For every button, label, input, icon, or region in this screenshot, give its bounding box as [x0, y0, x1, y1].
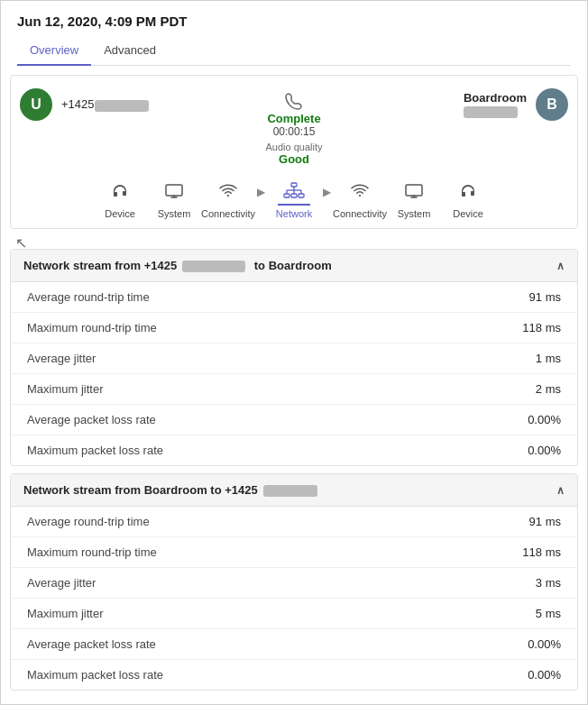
stream2-chevron: ∧	[556, 484, 565, 497]
svg-rect-12	[406, 185, 422, 196]
boardroom-blurred	[464, 106, 518, 118]
audio-quality-label: Audio quality	[266, 142, 323, 152]
label: Maximum packet loss rate	[27, 668, 163, 682]
value: 91 ms	[529, 290, 561, 304]
value: 3 ms	[536, 576, 561, 590]
table-row: Average round-trip time 91 ms	[11, 282, 577, 313]
label: Average packet loss rate	[27, 637, 156, 651]
stream2-title: Network stream from Boardroom to +1425	[23, 483, 317, 497]
call-duration: 00:00:15	[273, 125, 316, 138]
arrow-right-left: ▶	[257, 186, 265, 213]
device-item-system-left[interactable]: System	[147, 179, 201, 219]
device-item-system-right[interactable]: System	[387, 179, 441, 219]
audio-quality-value: Good	[279, 152, 309, 166]
stream2-header[interactable]: Network stream from Boardroom to +1425 ∧	[11, 474, 577, 507]
device-icon-left	[104, 179, 136, 206]
device-label-connectivity-right: Connectivity	[333, 208, 387, 219]
table-row: Average jitter 1 ms	[11, 343, 577, 374]
table-row: Average round-trip time 91 ms	[11, 507, 577, 537]
table-row: Maximum jitter 5 ms	[11, 599, 577, 629]
value: 0.00%	[528, 637, 561, 651]
table-row: Maximum jitter 2 ms	[11, 374, 577, 405]
device-icon-system-left	[158, 179, 190, 206]
label: Average jitter	[27, 576, 96, 590]
stream1-body: Average round-trip time 91 ms Maximum ro…	[11, 282, 577, 465]
svg-rect-3	[284, 194, 289, 197]
device-label-device-left: Device	[105, 208, 135, 219]
cursor-area: ↖	[1, 236, 587, 249]
device-item-network[interactable]: Network	[267, 179, 321, 219]
call-participants: U +1425 Complete 00:00:15 Audio quality …	[20, 88, 568, 166]
participant-left-number: +1425	[61, 97, 149, 111]
device-label-system-right: System	[398, 208, 431, 219]
stream1-title: Network stream from +1425 to Boardroom	[23, 259, 332, 272]
device-row: Device System	[20, 179, 568, 219]
device-icon-network	[278, 179, 310, 206]
value: 2 ms	[536, 382, 561, 396]
label: Average round-trip time	[27, 515, 150, 528]
svg-rect-5	[291, 194, 297, 197]
device-label-network: Network	[276, 208, 312, 219]
device-icon-system-right	[398, 179, 430, 206]
label: Average packet loss rate	[27, 413, 156, 426]
number-blurred	[95, 100, 149, 112]
arrow-right-right: ▶	[323, 186, 331, 213]
device-item-device-right[interactable]: Device	[441, 179, 495, 219]
tab-bar: Overview Advanced	[17, 38, 571, 66]
table-row: Average jitter 3 ms	[11, 568, 577, 599]
table-row: Maximum round-trip time 118 ms	[11, 313, 577, 343]
svg-rect-4	[299, 194, 304, 197]
avatar-left: U	[20, 88, 52, 121]
label: Maximum round-trip time	[27, 545, 157, 559]
stream2-body: Average round-trip time 91 ms Maximum ro…	[11, 507, 577, 690]
device-label-device-right: Device	[453, 208, 483, 219]
device-item-connectivity-left[interactable]: Connectivity	[201, 179, 255, 219]
phone-icon	[285, 92, 303, 110]
participant-right: Boardroom B	[385, 88, 568, 121]
table-row: Maximum packet loss rate 0.00%	[11, 660, 577, 690]
boardroom-info: Boardroom	[464, 91, 527, 118]
device-item-device-left[interactable]: Device	[93, 179, 147, 219]
svg-point-1	[227, 195, 229, 197]
value: 1 ms	[536, 352, 561, 365]
call-card: U +1425 Complete 00:00:15 Audio quality …	[10, 75, 578, 229]
avatar-right: B	[536, 88, 568, 121]
device-label-system-left: System	[158, 208, 191, 219]
label: Maximum jitter	[27, 607, 104, 620]
tab-overview[interactable]: Overview	[17, 38, 91, 66]
label: Average jitter	[27, 352, 96, 365]
main-container: Jun 12, 2020, 4:09 PM PDT Overview Advan…	[0, 0, 588, 705]
number-prefix: +1425	[61, 97, 95, 111]
table-row: Maximum round-trip time 118 ms	[11, 537, 577, 568]
svg-point-11	[359, 195, 361, 197]
call-status: Complete	[267, 112, 320, 125]
label: Maximum packet loss rate	[27, 444, 163, 457]
device-icon-device-right	[452, 179, 484, 206]
boardroom-name: Boardroom	[464, 91, 527, 105]
value: 91 ms	[529, 515, 561, 528]
stream2-section: Network stream from Boardroom to +1425 ∧…	[10, 473, 578, 691]
label: Maximum round-trip time	[27, 321, 157, 334]
cursor-icon: ↖	[15, 234, 27, 252]
svg-rect-2	[291, 183, 297, 187]
value: 118 ms	[522, 321, 561, 334]
value: 0.00%	[528, 444, 561, 457]
stream1-chevron: ∧	[556, 260, 565, 272]
table-row: Average packet loss rate 0.00%	[11, 405, 577, 435]
participant-left: U +1425	[20, 88, 203, 121]
call-center: Complete 00:00:15 Audio quality Good	[203, 88, 386, 166]
label: Average round-trip time	[27, 290, 150, 304]
value: 118 ms	[522, 545, 561, 559]
value: 0.00%	[528, 668, 561, 682]
stream1-header[interactable]: Network stream from +1425 to Boardroom ∧	[11, 250, 577, 282]
header: Jun 12, 2020, 4:09 PM PDT Overview Advan…	[1, 1, 587, 66]
device-icon-connectivity-right	[344, 179, 376, 206]
value: 5 ms	[536, 607, 561, 620]
table-row: Maximum packet loss rate 0.00%	[11, 435, 577, 465]
value: 0.00%	[528, 413, 561, 426]
device-item-connectivity-right[interactable]: Connectivity	[333, 179, 387, 219]
table-row: Average packet loss rate 0.00%	[11, 629, 577, 660]
stream1-section: Network stream from +1425 to Boardroom ∧…	[10, 249, 578, 466]
tab-advanced[interactable]: Advanced	[91, 38, 169, 66]
device-label-connectivity-left: Connectivity	[201, 208, 255, 219]
